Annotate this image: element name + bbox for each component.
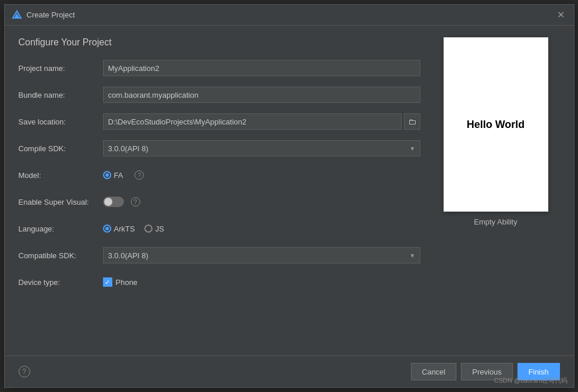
- preview-template-label: Empty Ability: [474, 218, 517, 226]
- device-type-phone-checkbox[interactable]: ✓ Phone: [103, 277, 138, 287]
- app-logo-icon: [12, 10, 22, 20]
- device-type-checkbox-group: ✓ Phone: [103, 277, 420, 287]
- project-name-row: Project name:: [19, 59, 420, 77]
- model-fa-radio-label: FA: [114, 171, 123, 180]
- model-fa-radio-item[interactable]: FA: [103, 171, 123, 180]
- language-arkts-radio-label: ArkTS: [114, 224, 135, 233]
- bundle-name-control: [103, 87, 420, 103]
- language-arkts-radio-item[interactable]: ArkTS: [103, 224, 135, 233]
- model-fa-radio-circle: [103, 171, 111, 179]
- model-help-icon[interactable]: ?: [134, 170, 144, 180]
- dialog-content: Configure Your Project Project name: Bun…: [5, 26, 574, 355]
- language-label: Language:: [19, 224, 103, 233]
- preview-hello-world-text: Hello World: [467, 119, 525, 131]
- save-location-label: Save location:: [19, 117, 103, 126]
- browse-folder-button[interactable]: 🗀: [404, 113, 420, 130]
- super-visual-toggle[interactable]: [103, 197, 124, 207]
- dialog-title: Create Project: [27, 10, 75, 19]
- bundle-name-row: Bundle name:: [19, 86, 420, 104]
- language-js-radio-label: JS: [155, 224, 164, 233]
- compile-sdk-control: 3.0.0(API 8) 2.0.0(API 5) ▼: [103, 140, 420, 156]
- save-location-control: 🗀: [103, 113, 420, 130]
- model-radio-group: FA ?: [103, 170, 420, 180]
- device-type-phone-check-mark: ✓: [105, 279, 110, 286]
- device-type-control: ✓ Phone: [103, 277, 420, 287]
- section-title: Configure Your Project: [19, 37, 420, 48]
- project-name-input[interactable]: [103, 60, 420, 76]
- compatible-sdk-select[interactable]: 3.0.0(API 8) 2.0.0(API 5): [103, 247, 420, 263]
- super-visual-label: Enable Super Visual:: [19, 198, 103, 206]
- project-name-control: [103, 60, 420, 76]
- cancel-button[interactable]: Cancel: [411, 363, 456, 380]
- footer-left: ?: [19, 366, 30, 377]
- language-arkts-radio-circle: [103, 224, 111, 233]
- dialog-footer: ? Cancel Previous Finish: [5, 355, 574, 387]
- language-row: Language: ArkTS JS: [19, 220, 420, 237]
- model-control: FA ?: [103, 170, 420, 180]
- watermark: CSDN @baorant在写代码: [494, 376, 568, 385]
- save-location-input[interactable]: [103, 113, 402, 130]
- close-button[interactable]: ✕: [555, 9, 567, 21]
- compatible-sdk-label: Compatible SDK:: [19, 251, 103, 260]
- language-control: ArkTS JS: [103, 224, 420, 233]
- project-name-label: Project name:: [19, 64, 103, 73]
- compatible-sdk-row: Compatible SDK: 3.0.0(API 8) 2.0.0(API 5…: [19, 247, 420, 264]
- language-js-radio-circle: [144, 224, 153, 233]
- device-type-phone-label: Phone: [116, 278, 138, 287]
- form-section: Configure Your Project Project name: Bun…: [19, 37, 420, 344]
- device-type-label: Device type:: [19, 278, 103, 287]
- compatible-sdk-select-wrapper: 3.0.0(API 8) 2.0.0(API 5) ▼: [103, 247, 420, 263]
- language-js-radio-item[interactable]: JS: [144, 224, 164, 233]
- title-bar-left: Create Project: [12, 10, 75, 20]
- super-visual-row: Enable Super Visual: ?: [19, 193, 420, 211]
- super-visual-toggle-wrapper: ?: [103, 197, 420, 207]
- create-project-dialog: Create Project ✕ Configure Your Project …: [4, 4, 575, 388]
- save-location-row: Save location: 🗀: [19, 113, 420, 130]
- compile-sdk-select[interactable]: 3.0.0(API 8) 2.0.0(API 5): [103, 140, 420, 156]
- compile-sdk-select-wrapper: 3.0.0(API 8) 2.0.0(API 5) ▼: [103, 140, 420, 156]
- location-wrapper: 🗀: [103, 113, 420, 130]
- model-label: Model:: [19, 171, 103, 180]
- super-visual-control: ?: [103, 197, 420, 207]
- language-radio-group: ArkTS JS: [103, 224, 420, 233]
- preview-section: Hello World Empty Ability: [432, 37, 560, 344]
- bundle-name-input[interactable]: [103, 87, 420, 103]
- super-visual-help-icon[interactable]: ?: [131, 197, 140, 206]
- device-type-row: Device type: ✓ Phone: [19, 273, 420, 291]
- bundle-name-label: Bundle name:: [19, 91, 103, 99]
- device-type-phone-checkbox-box: ✓: [103, 277, 112, 287]
- footer-help-button[interactable]: ?: [19, 366, 30, 377]
- title-bar: Create Project ✕: [5, 5, 574, 26]
- compile-sdk-label: Compile SDK:: [19, 144, 103, 153]
- compile-sdk-row: Compile SDK: 3.0.0(API 8) 2.0.0(API 5) ▼: [19, 140, 420, 157]
- phone-preview: Hello World: [444, 37, 548, 212]
- compatible-sdk-control: 3.0.0(API 8) 2.0.0(API 5) ▼: [103, 247, 420, 263]
- model-row: Model: FA ?: [19, 166, 420, 184]
